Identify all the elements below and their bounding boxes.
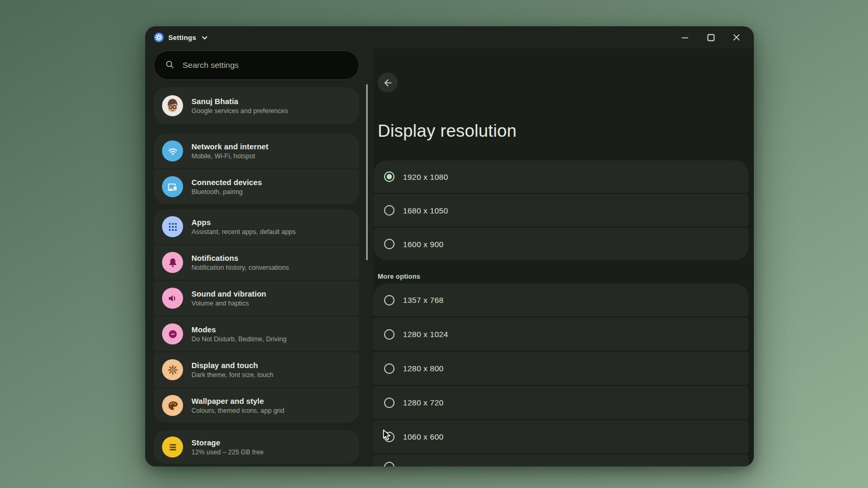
sidebar-item-title: Connected devices xyxy=(191,178,262,187)
speaker-icon xyxy=(162,288,183,309)
sidebar-item-subtitle: Google services and preferences xyxy=(191,107,288,115)
resolution-option-1357x768[interactable]: 1357 x 768 xyxy=(374,283,749,317)
wifi-icon xyxy=(162,140,183,161)
radio-unselected[interactable] xyxy=(384,239,395,249)
more-options-label: More options xyxy=(378,273,749,280)
app-menu[interactable]: Settings xyxy=(154,32,208,43)
sidebar-item-title: Notifications xyxy=(191,254,289,262)
main-panel: Display resolution 1920 x 1080 1680 x 10… xyxy=(374,48,754,466)
resolution-options-primary: 1920 x 1080 1680 x 1050 1600 x 900 xyxy=(374,160,749,260)
sidebar-item-subtitle: Mobile, Wi-Fi, hotspot xyxy=(191,152,268,160)
window-controls xyxy=(679,32,746,43)
resolution-option-1060x600[interactable]: 1060 x 600 xyxy=(374,420,749,453)
sidebar-item-apps[interactable]: Apps Assistant, recent apps, default app… xyxy=(154,209,359,244)
sidebar-item-wallpaper-and-style[interactable]: Wallpaper and style Colours, themed icon… xyxy=(154,388,359,423)
devices-icon xyxy=(162,176,183,197)
radio-unselected[interactable] xyxy=(384,398,395,408)
sidebar-item-sanuj-bhatia[interactable]: Sanuj Bhatia Google services and prefere… xyxy=(154,87,359,124)
chevron-down-icon xyxy=(201,36,208,40)
sidebar-item-title: Display and touch xyxy=(191,361,274,370)
sidebar: Sanuj Bhatia Google services and prefere… xyxy=(145,48,374,466)
resolution-label: 1280 x 800 xyxy=(403,364,443,373)
sidebar-item-subtitle: Do Not Disturb, Bedtime, Driving xyxy=(191,336,287,343)
avatar-icon xyxy=(162,95,183,116)
resolution-option-partial[interactable] xyxy=(374,454,749,466)
resolution-label: 1060 x 600 xyxy=(403,432,443,441)
search-input[interactable] xyxy=(181,60,348,70)
resolution-option-1280x720[interactable]: 1280 x 720 xyxy=(374,386,749,419)
palette-icon xyxy=(162,395,183,416)
search-icon xyxy=(165,59,175,72)
settings-window: Settings xyxy=(145,26,754,466)
close-icon[interactable] xyxy=(731,32,742,43)
titlebar: Settings xyxy=(145,26,754,48)
sidebar-item-connected-devices[interactable]: Connected devices Bluetooth, pairing xyxy=(154,169,359,204)
sidebar-item-subtitle: 12% used – 225 GB free xyxy=(191,449,264,456)
radio-unselected[interactable] xyxy=(384,295,395,306)
sidebar-item-title: Storage xyxy=(191,439,264,447)
storage-icon xyxy=(162,436,183,458)
back-button[interactable] xyxy=(378,73,398,93)
resolution-label: 1600 x 900 xyxy=(403,240,443,249)
sidebar-item-sound-and-vibration[interactable]: Sound and vibration Volume and haptics xyxy=(154,281,359,316)
sidebar-item-storage[interactable]: Storage 12% used – 225 GB free xyxy=(154,430,359,464)
resolution-label: 1280 x 720 xyxy=(403,398,443,407)
radio-unselected[interactable] xyxy=(384,432,395,442)
bell-icon xyxy=(162,252,183,273)
sidebar-item-network-and-internet[interactable]: Network and internet Mobile, Wi-Fi, hots… xyxy=(154,134,359,168)
resolution-option-1280x1024[interactable]: 1280 x 1024 xyxy=(374,318,749,351)
resolution-option-1920x1080[interactable]: 1920 x 1080 xyxy=(374,160,749,193)
sidebar-item-subtitle: Colours, themed icons, app grid xyxy=(191,407,284,414)
resolution-label: 1680 x 1050 xyxy=(403,206,448,215)
resolution-option-1680x1050[interactable]: 1680 x 1050 xyxy=(374,194,749,227)
sidebar-item-modes[interactable]: Modes Do Not Disturb, Bedtime, Driving xyxy=(154,317,359,351)
sidebar-list: Sanuj Bhatia Google services and prefere… xyxy=(154,87,359,464)
sidebar-item-subtitle: Dark theme, font size, touch xyxy=(191,371,274,379)
settings-app-icon xyxy=(154,32,164,43)
sidebar-item-title: Network and internet xyxy=(191,143,268,151)
apps-icon xyxy=(162,216,183,237)
sidebar-item-subtitle: Notification history, conversations xyxy=(191,264,289,271)
sidebar-item-notifications[interactable]: Notifications Notification history, conv… xyxy=(154,245,359,280)
brightness-icon xyxy=(162,359,183,380)
resolution-label: 1280 x 1024 xyxy=(403,330,448,339)
resolution-option-1280x800[interactable]: 1280 x 800 xyxy=(374,352,749,385)
sidebar-scrollbar[interactable] xyxy=(366,84,368,260)
back-arrow-icon xyxy=(382,77,393,88)
sidebar-item-subtitle: Volume and haptics xyxy=(191,300,266,307)
resolution-label: 1920 x 1080 xyxy=(403,172,448,181)
radio-unselected[interactable] xyxy=(384,329,395,340)
resolution-label: 1357 x 768 xyxy=(403,296,443,304)
radio-unselected[interactable] xyxy=(384,462,395,466)
sidebar-item-title: Sound and vibration xyxy=(191,290,266,298)
page-title: Display resolution xyxy=(378,120,749,141)
sidebar-item-subtitle: Assistant, recent apps, default apps xyxy=(191,228,296,236)
dnd-icon xyxy=(162,323,183,344)
sidebar-item-title: Apps xyxy=(191,218,296,227)
radio-selected[interactable] xyxy=(384,171,395,182)
sidebar-item-title: Wallpaper and style xyxy=(191,397,284,405)
search-bar[interactable] xyxy=(154,50,359,80)
radio-unselected[interactable] xyxy=(384,363,395,374)
resolution-options-more: 1357 x 768 1280 x 1024 1280 x 800 1280 x… xyxy=(374,283,749,466)
sidebar-item-title: Modes xyxy=(191,326,287,334)
minimize-button[interactable] xyxy=(679,32,691,43)
window-title: Settings xyxy=(168,34,196,42)
desktop: { "window": { "app_title": "Settings" },… xyxy=(0,0,868,488)
maximize-button[interactable] xyxy=(705,32,716,43)
sidebar-item-title: Sanuj Bhatia xyxy=(191,97,288,106)
sidebar-item-display-and-touch[interactable]: Display and touch Dark theme, font size,… xyxy=(154,352,359,387)
radio-unselected[interactable] xyxy=(384,205,395,216)
window-body: Sanuj Bhatia Google services and prefere… xyxy=(145,48,754,466)
sidebar-item-subtitle: Bluetooth, pairing xyxy=(191,188,262,196)
resolution-option-1600x900[interactable]: 1600 x 900 xyxy=(374,228,749,260)
